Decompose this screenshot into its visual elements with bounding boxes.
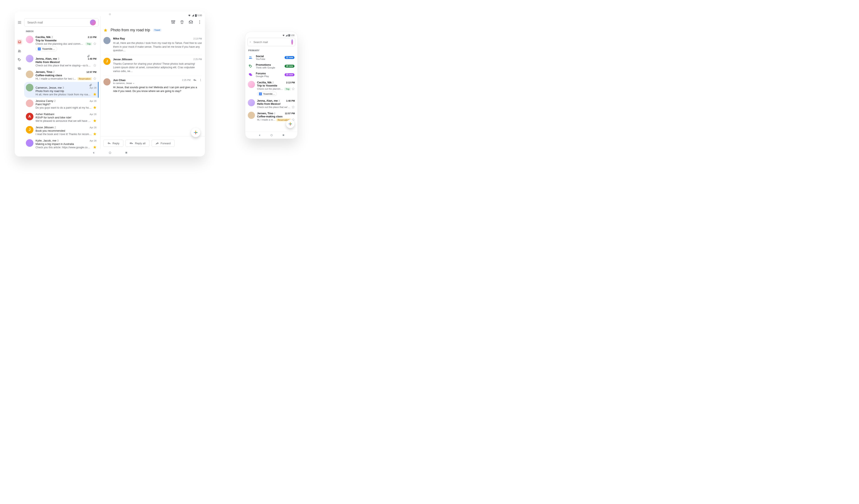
account-avatar[interactable] — [90, 19, 96, 26]
message-recipients[interactable]: to cameron, Jesse — [113, 82, 202, 84]
message-0[interactable]: Mike Ray 2:13 PM Hi all, Here are the ph… — [103, 34, 202, 55]
star-icon[interactable] — [93, 106, 96, 109]
conversation-label[interactable]: Travel — [153, 29, 161, 31]
attachment-chip[interactable]: Yosemite… — [257, 92, 277, 96]
star-icon[interactable] — [93, 42, 96, 45]
star-icon[interactable] — [93, 145, 96, 149]
star-icon[interactable] — [93, 77, 96, 80]
svg-rect-18 — [289, 34, 289, 34]
svg-rect-16 — [125, 152, 127, 154]
thread-snippet: Check out this place that we're st… — [257, 106, 291, 108]
star-icon[interactable] — [93, 93, 96, 96]
category-promotions[interactable]: Promotions Think with Google 18 new — [247, 62, 295, 70]
thread-subject: RSVP for lunch and bike ride! — [35, 116, 96, 119]
thread-subject: Photo from my road trip — [35, 90, 96, 93]
phone-compose-fab[interactable] — [286, 120, 295, 128]
nav-home-icon[interactable] — [108, 151, 111, 154]
attachment-chip[interactable]: Yosemite… — [35, 47, 57, 51]
forum-icon — [248, 73, 253, 77]
thread-subject: Making a big impact in Australia — [35, 142, 96, 145]
thread-avatar[interactable] — [26, 99, 33, 107]
rail-promotions[interactable] — [17, 57, 22, 62]
nav-recent-icon[interactable] — [282, 134, 285, 136]
star-icon[interactable] — [291, 87, 295, 91]
svg-point-15 — [109, 152, 111, 154]
nav-back-icon[interactable] — [92, 152, 95, 154]
tablet-device: 5:00 — [15, 12, 205, 156]
phone-status-bar: 5:00 — [282, 34, 295, 36]
more-icon[interactable] — [199, 79, 202, 81]
thread-avatar[interactable] — [26, 55, 33, 62]
nav-recent-icon[interactable] — [125, 152, 127, 154]
thread-avatar[interactable] — [248, 99, 255, 106]
thread-avatar[interactable] — [26, 139, 33, 147]
nav-back-icon[interactable] — [258, 134, 261, 137]
thread-sender: Jesse Jillissen2 — [35, 126, 56, 129]
thread-subject: Trip to Yosemite — [35, 39, 96, 42]
thread-avatar[interactable]: A — [26, 113, 33, 120]
thread-avatar[interactable] — [26, 36, 33, 43]
message-avatar[interactable] — [103, 78, 110, 85]
thread-0[interactable]: Cecilia, Nik2 2:13 PM Trip to Yosemite C… — [24, 34, 99, 53]
delete-icon[interactable] — [180, 20, 184, 25]
thread-4[interactable]: Jessica Carey2 Apr 28 Paint Night? Do yo… — [24, 98, 99, 111]
phone-search-input[interactable] — [253, 40, 289, 44]
phone-thread-0[interactable]: Cecilia, Nik 22:13 PM Trip to Yosemite C… — [247, 79, 295, 97]
thread-6[interactable]: J Jesse Jillissen2 Apr 28 Book you recom… — [24, 124, 99, 137]
category-badge: 12 new — [285, 56, 295, 59]
reply-icon[interactable] — [193, 78, 197, 82]
thread-5[interactable]: A Asher Rabbani Apr 28 RSVP for lunch an… — [24, 111, 99, 124]
thread-sender: Cecilia, Nik2 — [35, 35, 53, 38]
archive-icon[interactable] — [171, 20, 176, 25]
category-forums[interactable]: Forums Google Play 25 new — [247, 70, 295, 79]
message-1[interactable]: J Jesse Jillissen 2:25 PM Thanks Cameron… — [103, 55, 202, 76]
rail-inbox[interactable] — [17, 39, 22, 45]
thread-time: 12:57 PM — [285, 112, 295, 115]
account-avatar[interactable] — [291, 39, 293, 45]
nav-home-icon[interactable] — [270, 134, 273, 137]
more-icon[interactable] — [197, 20, 202, 25]
thread-avatar[interactable] — [26, 84, 33, 91]
thread-7[interactable]: Kylie, Jacob, me3 Apr 28 Making a big im… — [24, 137, 99, 149]
reply-all-button[interactable]: Reply all — [125, 140, 149, 147]
thread-avatar[interactable] — [248, 81, 255, 88]
star-icon[interactable] — [291, 106, 295, 109]
category-title: Promotions — [256, 63, 282, 66]
search-bar[interactable] — [24, 18, 99, 27]
thread-snippet: Check out the planning doc… — [257, 88, 284, 90]
menu-button[interactable] — [17, 19, 22, 26]
menu-icon[interactable] — [250, 40, 251, 44]
forward-button[interactable]: Forward — [152, 140, 175, 147]
star-icon[interactable] — [93, 132, 96, 136]
phone-thread-1[interactable]: Jenna, Alan, me 31:40 PM Hello from Mexi… — [247, 97, 295, 110]
thread-2[interactable]: Jeroen, Tino2 12:57 PM Coffee-making cla… — [24, 69, 99, 82]
thread-time: 2:13 PM — [286, 81, 295, 84]
rail-forums[interactable] — [17, 66, 22, 71]
message-2[interactable]: Jun Chao 2:25 PM to cameron, Jesse Hi Je… — [103, 76, 202, 96]
thread-sender: Jeroen, Tino2 — [35, 70, 55, 74]
star-icon[interactable] — [93, 64, 96, 67]
thread-avatar[interactable]: J — [26, 126, 33, 133]
mark-unread-icon[interactable] — [189, 20, 193, 25]
svg-point-21 — [250, 65, 250, 65]
message-avatar[interactable]: J — [103, 58, 110, 65]
rail-social[interactable] — [17, 48, 22, 53]
thread-1[interactable]: Jenna, Alan, me3 1:40 PM Hello from Mexi… — [24, 53, 99, 69]
system-nav — [15, 149, 205, 156]
thread-subject: Coffee-making class — [35, 74, 96, 77]
star-icon[interactable] — [93, 119, 96, 123]
message-avatar[interactable] — [103, 37, 110, 44]
thread-3[interactable]: Cameron, Jesse, me3 Apr 28 Photo from my… — [24, 82, 99, 98]
reply-button[interactable]: Reply — [103, 140, 123, 147]
thread-snippet: Check out this place that we're staying—… — [35, 64, 92, 67]
thread-sender: Jenna, Alan, me3 — [35, 57, 59, 60]
category-social[interactable]: Social YouTube 12 new — [247, 53, 295, 62]
thread-avatar[interactable] — [248, 112, 255, 119]
phone-search-bar[interactable] — [247, 38, 295, 46]
compose-fab[interactable] — [191, 128, 200, 137]
search-input[interactable] — [27, 20, 90, 25]
thread-star-icon[interactable] — [103, 28, 108, 32]
thread-snippet: Check you this article: https://www.goog… — [35, 146, 92, 149]
thread-avatar[interactable] — [26, 70, 33, 78]
message-sender: Jesse Jillissen — [113, 58, 132, 61]
